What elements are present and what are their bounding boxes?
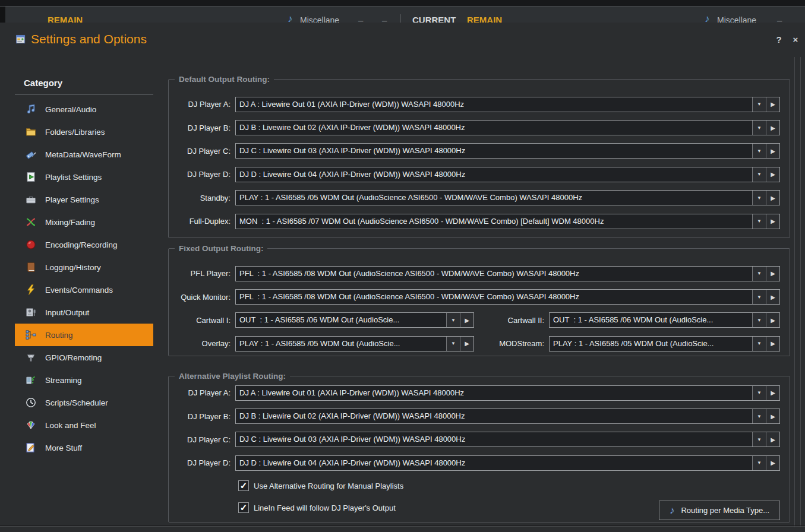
dropdown-icon[interactable]: ▼ [752,337,766,351]
standby-output-select[interactable]: PLAY : 1 - ASI6585 /05 WDM Out (AudioSci… [235,190,780,205]
checkbox-label: LineIn Feed will follow DJ Player's Outp… [254,504,396,512]
sidebar-item-more-stuff[interactable]: More Stuff [15,436,153,459]
routing-row: PFL Player: PFL : 1 - ASI6585 /08 WDM Ou… [169,262,790,285]
expand-icon[interactable]: ▶ [766,121,779,135]
dj-player-c-output-select[interactable]: DJ C : Livewire Out 03 (AXIA IP-Driver (… [235,143,780,159]
row-label: DJ Player B: [169,124,231,132]
dropdown-icon[interactable]: ▼ [752,290,766,304]
sidebar-item-encoding-recording[interactable]: Encoding/Recording [15,233,153,256]
dropdown-icon[interactable]: ▼ [752,214,766,229]
expand-icon[interactable]: ▶ [766,144,779,158]
overlay-output-select[interactable]: PLAY : 1 - ASI6585 /05 WDM Out (AudioSci… [235,336,474,352]
button-label: Routing per Media Type... [681,506,769,515]
expand-icon[interactable]: ▶ [766,432,779,446]
sidebar-item-folders-libraries[interactable]: Folders/Libraries [15,121,153,143]
expand-icon[interactable]: ▶ [460,313,473,327]
default-output-routing-group: Default Output Routing: DJ Player A: DJ … [168,79,790,238]
color-fan-icon [24,419,37,432]
panel-edge [794,57,795,527]
sidebar-item-scripts-scheduler[interactable]: Scripts/Scheduler [15,391,153,414]
routing-per-media-type-button[interactable]: ♪ Routing per Media Type... [659,501,780,520]
alt-dj-player-c-output-select[interactable]: DJ C : Livewire Out 03 (AXIA IP-Driver (… [235,432,780,447]
expand-icon[interactable]: ▶ [766,456,779,470]
dj-player-a-output-select[interactable]: DJ A : Livewire Out 01 (AXIA IP-Driver (… [235,97,780,112]
dropdown-icon[interactable]: ▼ [752,432,766,446]
dropdown-icon[interactable]: ▼ [752,167,766,182]
crossfade-icon [24,216,37,229]
help-button[interactable]: ? [772,33,785,46]
expand-icon[interactable]: ▶ [766,214,779,229]
book-icon [24,261,37,274]
dash-glyph: – [382,14,387,23]
combo-value: PLAY : 1 - ASI6585 /05 WDM Out (AudioSci… [236,191,752,205]
row-label: DJ Player C: [169,435,231,444]
dropdown-icon[interactable]: ▼ [446,313,460,327]
row-label: Full-Duplex: [169,217,231,226]
dropdown-icon[interactable]: ▼ [752,144,766,158]
remain-label-left: REMAIN [48,14,83,23]
miscellaneous-label-left: Miscellane [300,14,339,23]
connector-icon [24,351,37,364]
sidebar-item-input-output[interactable]: Input/Output [15,301,153,324]
dropdown-icon[interactable]: ▼ [752,97,766,112]
sidebar-item-player-settings[interactable]: Player Settings [15,188,153,211]
dropdown-icon[interactable]: ▼ [446,337,460,351]
expand-icon[interactable]: ▶ [766,386,779,400]
use-alternative-routing-checkbox[interactable]: ✓ [238,480,249,491]
sidebar-item-mixing-fading[interactable]: Mixing/Fading [15,211,153,233]
playlist-doc-icon [24,170,37,183]
expand-icon[interactable]: ▶ [766,290,779,304]
expand-icon[interactable]: ▶ [766,337,779,351]
cartwall-2-output-select[interactable]: OUT : 1 - ASI6585 /06 WDM Out (AudioScie… [549,312,780,328]
routing-row: Overlay: PLAY : 1 - ASI6585 /05 WDM Out … [169,332,790,355]
combo-value: DJ B : Livewire Out 02 (AXIA IP-Driver (… [236,409,752,423]
sidebar-item-look-and-feel[interactable]: Look and Feel [15,414,153,436]
dj-player-b-output-select[interactable]: DJ B : Livewire Out 02 (AXIA IP-Driver (… [235,120,780,135]
linein-feed-follow-checkbox[interactable]: ✓ [238,502,249,513]
pfl-player-output-select[interactable]: PFL : 1 - ASI6585 /08 WDM Out (AudioScie… [235,266,780,281]
dropdown-icon[interactable]: ▼ [752,313,766,327]
row-label: Overlay: [169,339,231,348]
sidebar-item-label: Playlist Settings [45,173,102,182]
alt-dj-player-d-output-select[interactable]: DJ D : Livewire Out 04 (AXIA IP-Driver (… [235,455,780,471]
dropdown-icon[interactable]: ▼ [752,409,766,423]
alt-dj-player-a-output-select[interactable]: DJ A : Livewire Out 01 (AXIA IP-Driver (… [235,385,780,401]
sidebar-item-routing[interactable]: Routing [15,324,153,346]
sidebar-item-gpio-remoting[interactable]: GPIO/Remoting [15,346,153,369]
expand-icon[interactable]: ▶ [766,313,779,327]
routing-row: Standby: PLAY : 1 - ASI6585 /05 WDM Out … [169,186,790,210]
sidebar-item-events-commands[interactable]: Events/Commands [15,278,153,301]
cartwall-1-output-select[interactable]: OUT : 1 - ASI6585 /06 WDM Out (AudioScie… [235,312,474,328]
close-button[interactable]: × [789,33,802,46]
dropdown-icon[interactable]: ▼ [752,191,766,205]
modstream-output-select[interactable]: PLAY : 1 - ASI6585 /05 WDM Out (AudioSci… [549,336,780,352]
alt-dj-player-b-output-select[interactable]: DJ B : Livewire Out 02 (AXIA IP-Driver (… [235,408,780,424]
sidebar-item-label: Routing [45,331,73,340]
expand-icon[interactable]: ▶ [766,409,779,423]
expand-icon[interactable]: ▶ [766,97,779,112]
background-app-top-bar [0,0,805,7]
combo-value: PLAY : 1 - ASI6585 /05 WDM Out (AudioSci… [550,337,752,351]
dropdown-icon[interactable]: ▼ [752,386,766,400]
dj-player-d-output-select[interactable]: DJ D : Livewire Out 04 (AXIA IP-Driver (… [235,167,780,182]
combo-value: DJ A : Livewire Out 01 (AXIA IP-Driver (… [236,386,752,400]
dropdown-icon[interactable]: ▼ [752,456,766,470]
sidebar-item-playlist-settings[interactable]: Playlist Settings [15,166,153,188]
expand-icon[interactable]: ▶ [766,191,779,205]
fixed-output-routing-group: Fixed Output Routing: PFL Player: PFL : … [168,248,790,356]
sidebar-item-logging-history[interactable]: Logging/History [15,256,153,278]
dropdown-icon[interactable]: ▼ [752,121,766,135]
expand-icon[interactable]: ▶ [766,267,779,281]
expand-icon[interactable]: ▶ [460,337,473,351]
sidebar-item-streaming[interactable]: Streaming [15,369,153,391]
doc-pencil-icon [24,441,37,454]
full-duplex-output-select[interactable]: MON : 1 - ASI6585 /07 WDM Out (AudioScie… [235,214,780,229]
dropdown-icon[interactable]: ▼ [752,267,766,281]
expand-icon[interactable]: ▶ [766,167,779,182]
background-app-strip: REMAIN ♪ Miscellane – – CURRENT REMAIN ♪… [0,7,805,23]
dialog-title: Settings and Options [31,31,147,48]
row-label: DJ Player B: [169,412,231,421]
sidebar-item-general-audio[interactable]: General/Audio [15,98,153,121]
quick-monitor-output-select[interactable]: PFL : 1 - ASI6585 /08 WDM Out (AudioScie… [235,289,780,305]
sidebar-item-metadata-waveform[interactable]: MetaData/WaveForm [15,143,153,166]
